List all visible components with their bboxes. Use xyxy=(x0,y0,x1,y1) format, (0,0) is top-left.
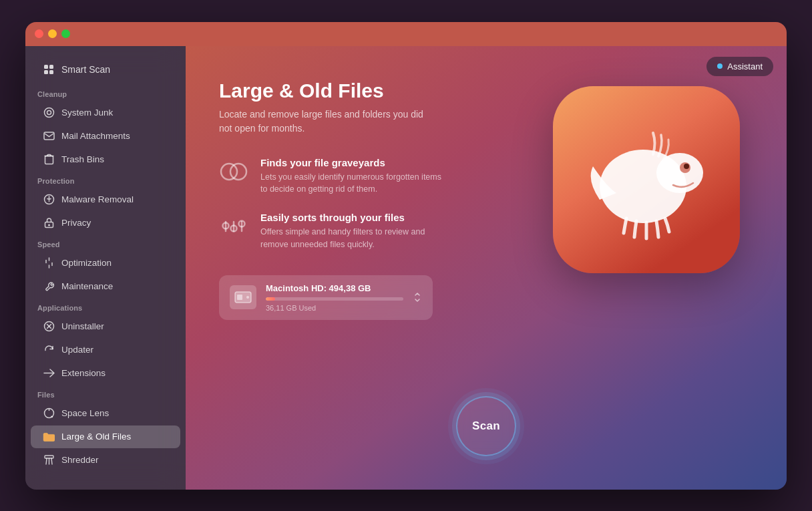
scan-label: Scan xyxy=(472,419,500,433)
sidebar: Smart Scan Cleanup System Junk xyxy=(25,46,186,490)
scan-button-area: Scan xyxy=(219,383,753,463)
uninstaller-icon xyxy=(43,321,55,333)
uninstaller-label: Uninstaller xyxy=(61,321,104,331)
feature-list: Finds your file graveyards Lets you easi… xyxy=(219,157,513,251)
svg-point-32 xyxy=(246,296,249,299)
sidebar-item-mail-attachments[interactable]: Mail Attachments xyxy=(31,125,180,148)
svg-point-36 xyxy=(684,164,689,169)
trash-icon xyxy=(43,154,55,166)
traffic-lights xyxy=(35,29,70,38)
maintenance-label: Maintenance xyxy=(61,281,113,291)
assistant-button[interactable]: Assistant xyxy=(706,57,773,76)
space-lens-label: Space Lens xyxy=(61,408,109,418)
privacy-label: Privacy xyxy=(61,218,91,228)
system-junk-label: System Junk xyxy=(61,108,113,118)
smart-scan-icon xyxy=(43,63,55,75)
extensions-icon xyxy=(43,367,55,379)
maximize-button[interactable] xyxy=(61,29,70,38)
content-area: Large & Old Files Locate and remove larg… xyxy=(219,73,753,383)
graveyards-icon xyxy=(219,157,248,186)
graveyards-description: Lets you easily identify numerous forgot… xyxy=(260,171,447,196)
section-label-cleanup: Cleanup xyxy=(25,85,186,101)
drive-selector[interactable]: Macintosh HD: 494,38 GB 36,11 GB Used xyxy=(219,275,433,320)
scan-button[interactable]: Scan xyxy=(456,396,516,456)
main-content: Assistant Large & Old Files Locate and r… xyxy=(186,46,787,490)
app-window: Smart Scan Cleanup System Junk xyxy=(25,22,787,490)
svg-point-22 xyxy=(221,164,237,180)
svg-point-23 xyxy=(230,164,246,180)
sidebar-item-extensions[interactable]: Extensions xyxy=(31,362,180,385)
svg-rect-6 xyxy=(44,132,54,140)
sidebar-item-maintenance[interactable]: Maintenance xyxy=(31,275,180,298)
section-label-applications: Applications xyxy=(25,299,186,315)
sidebar-item-uninstaller[interactable]: Uninstaller xyxy=(31,315,180,338)
updater-icon xyxy=(43,344,55,356)
sidebar-item-large-old-files[interactable]: Large & Old Files xyxy=(31,425,180,448)
section-label-speed: Speed xyxy=(25,235,186,251)
content-right xyxy=(540,73,753,273)
svg-point-4 xyxy=(44,108,53,118)
trash-bins-label: Trash Bins xyxy=(61,154,104,164)
drive-used: 36,11 GB Used xyxy=(266,304,403,312)
sidebar-item-updater[interactable]: Updater xyxy=(31,339,180,361)
drive-icon xyxy=(230,285,256,309)
sidebar-item-smart-scan[interactable]: Smart Scan xyxy=(31,57,180,82)
drive-progress-bar xyxy=(266,297,403,301)
drive-chevron-icon xyxy=(413,291,422,303)
sidebar-item-space-lens[interactable]: Space Lens xyxy=(31,402,180,425)
sorts-title: Easily sorts through your files xyxy=(260,212,447,223)
minimize-button[interactable] xyxy=(48,29,57,38)
drive-name: Macintosh HD: 494,38 GB xyxy=(266,283,403,293)
privacy-icon xyxy=(43,217,55,229)
svg-rect-3 xyxy=(49,70,53,74)
svg-rect-7 xyxy=(45,156,53,164)
drive-info: Macintosh HD: 494,38 GB 36,11 GB Used xyxy=(266,283,403,312)
sidebar-item-shredder[interactable]: Shredder xyxy=(31,449,180,472)
sidebar-item-system-junk[interactable]: System Junk xyxy=(31,102,180,124)
section-label-protection: Protection xyxy=(25,172,186,188)
app-icon xyxy=(553,86,740,273)
feature-sorts: Easily sorts through your files Offers s… xyxy=(219,212,513,251)
sidebar-item-privacy[interactable]: Privacy xyxy=(31,212,180,234)
maintenance-icon xyxy=(43,281,55,293)
drive-progress-fill xyxy=(266,297,275,301)
sidebar-item-optimization[interactable]: Optimization xyxy=(31,252,180,275)
malware-icon xyxy=(43,194,55,206)
smart-scan-label: Smart Scan xyxy=(61,64,110,75)
sorts-description: Offers simple and handy filters to revie… xyxy=(260,226,447,251)
window-body: Smart Scan Cleanup System Junk xyxy=(25,46,787,490)
svg-point-5 xyxy=(47,111,51,115)
mail-attachments-label: Mail Attachments xyxy=(61,131,130,141)
section-label-files: Files xyxy=(25,385,186,401)
optimization-label: Optimization xyxy=(61,258,112,268)
optimization-icon xyxy=(43,257,55,269)
large-old-files-label: Large & Old Files xyxy=(61,432,131,442)
folder-icon xyxy=(43,431,55,443)
system-junk-icon xyxy=(43,107,55,119)
shredder-icon xyxy=(43,454,55,466)
shredder-label: Shredder xyxy=(61,455,99,465)
graveyards-text: Finds your file graveyards Lets you easi… xyxy=(260,157,447,196)
svg-rect-2 xyxy=(44,70,48,74)
sorts-icon xyxy=(219,212,248,241)
content-left: Large & Old Files Locate and remove larg… xyxy=(219,73,513,320)
svg-point-10 xyxy=(48,224,50,226)
page-subtitle: Locate and remove large files and folder… xyxy=(219,108,433,136)
space-lens-icon xyxy=(43,407,55,419)
svg-rect-31 xyxy=(237,295,242,300)
updater-label: Updater xyxy=(61,345,93,355)
assistant-dot xyxy=(717,63,723,69)
sidebar-item-malware-removal[interactable]: Malware Removal xyxy=(31,188,180,211)
page-title: Large & Old Files xyxy=(219,79,513,102)
extensions-label: Extensions xyxy=(61,368,106,378)
svg-rect-1 xyxy=(49,65,53,69)
sidebar-item-trash-bins[interactable]: Trash Bins xyxy=(31,148,180,171)
feature-graveyards: Finds your file graveyards Lets you easi… xyxy=(219,157,513,196)
close-button[interactable] xyxy=(35,29,43,38)
mail-icon xyxy=(43,130,55,142)
svg-rect-0 xyxy=(44,65,48,69)
malware-removal-label: Malware Removal xyxy=(61,194,134,204)
title-bar xyxy=(25,22,787,46)
sorts-text: Easily sorts through your files Offers s… xyxy=(260,212,447,251)
graveyards-title: Finds your file graveyards xyxy=(260,157,447,168)
